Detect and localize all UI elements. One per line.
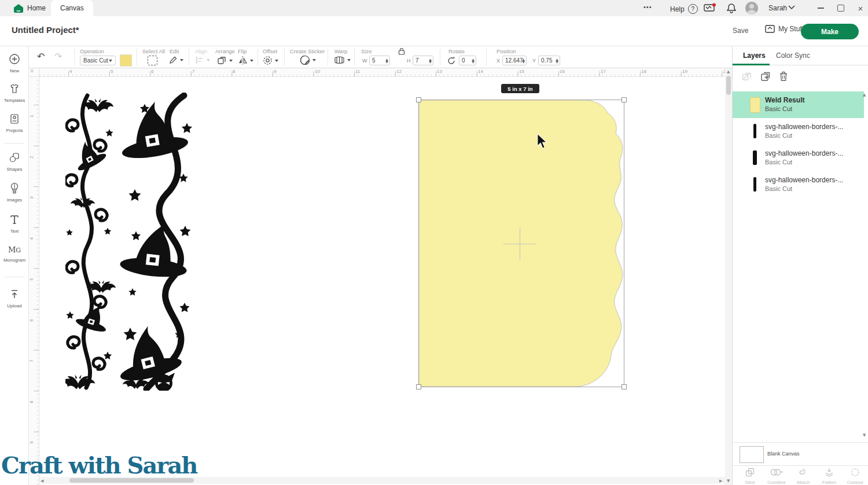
sidebar-item-upload[interactable]: Upload	[0, 288, 29, 308]
flip-button[interactable]	[238, 56, 253, 65]
flatten-button[interactable]: Flatten	[816, 468, 843, 485]
layer-type: Basic Cut	[765, 105, 792, 112]
layer-item-weld-result[interactable]: Weld Result Basic Cut	[733, 91, 864, 118]
warp-icon	[334, 56, 345, 64]
tab-layers[interactable]: Layers	[743, 52, 766, 60]
edit-button[interactable]	[168, 56, 183, 65]
offset-label: Offset	[263, 48, 277, 54]
color-swatch[interactable]	[120, 54, 132, 67]
close-icon: ×	[858, 3, 863, 13]
save-button[interactable]: Save	[733, 27, 748, 35]
canvas-vertical-scrollbar[interactable]: ▲ ▼	[725, 68, 732, 485]
offset-button[interactable]	[263, 56, 278, 65]
design-canvas[interactable]: 0 4 5 6 7 8 9 10 11 12 13 14 15 16 17 18…	[29, 68, 732, 485]
y-stepper[interactable]: ▲▼	[554, 56, 560, 65]
slice-button[interactable]: Slice	[737, 468, 763, 485]
width-stepper[interactable]: ▲▼	[384, 56, 389, 65]
panel-scroll-down-arrow[interactable]: ▼	[863, 433, 866, 438]
x-stepper[interactable]: ▲▼	[521, 56, 526, 65]
tab-color-sync[interactable]: Color Sync	[776, 52, 810, 60]
flatten-icon	[825, 468, 834, 477]
user-name: Sarah	[768, 4, 787, 12]
select-all-button[interactable]	[148, 56, 157, 65]
flip-label: Flip	[238, 48, 247, 54]
scroll-left-arrow[interactable]: ◀	[41, 479, 43, 483]
sidebar-item-templates[interactable]: Templates	[0, 83, 29, 103]
layer-thumbnail	[753, 177, 756, 192]
sidebar-item-new[interactable]: New	[0, 53, 29, 74]
layer-item-svg-border-1[interactable]: svg-halloween-borders-... Basic Cut	[733, 118, 864, 145]
avatar[interactable]	[745, 2, 758, 14]
minimize-button[interactable]	[812, 0, 829, 16]
resize-handle-bottom-right[interactable]	[621, 384, 627, 390]
create-sticker-button[interactable]	[300, 55, 316, 65]
size-label: Size	[361, 48, 372, 54]
redo-button[interactable]: ↷	[54, 51, 62, 62]
sidebar-item-text[interactable]: Text	[0, 214, 29, 234]
duplicate-icon[interactable]	[760, 71, 771, 82]
upload-icon	[9, 288, 20, 300]
ungroup-icon[interactable]	[742, 71, 752, 82]
ruler-number: 15	[519, 69, 524, 74]
arrange-button[interactable]	[217, 56, 233, 65]
resize-handle-top-left[interactable]	[416, 97, 421, 102]
layer-item-svg-border-3[interactable]: svg-halloween-borders-... Basic Cut	[733, 171, 864, 198]
operation-select[interactable]: Basic Cut	[80, 56, 116, 65]
contour-button[interactable]: Contour	[842, 468, 868, 485]
height-stepper[interactable]: ▲▼	[428, 56, 433, 65]
sidebar-item-images[interactable]: Images	[0, 182, 29, 203]
notifications-button[interactable]	[726, 3, 737, 16]
cricut-design-space-window: Home Canvas ••• Help ?	[0, 0, 868, 485]
rotate-stepper[interactable]: ▲▼	[470, 56, 476, 65]
blank-canvas-row[interactable]: Blank Canvas	[733, 442, 868, 465]
resize-handle-top-right[interactable]	[621, 97, 627, 102]
action-label: Flatten	[816, 480, 843, 485]
align-label: Align	[195, 48, 207, 54]
my-stuff-label: My Stuff	[778, 25, 804, 33]
sidebar-item-label: Images	[0, 197, 29, 203]
ruler-number: 9	[274, 69, 276, 74]
lock-icon[interactable]	[398, 47, 405, 55]
my-stuff-button[interactable]: My Stuff	[765, 25, 804, 33]
left-nav: New Templates Projects Shapes	[0, 46, 29, 485]
rotate-icon[interactable]	[447, 56, 456, 65]
halloween-border-design[interactable]	[65, 93, 194, 391]
layer-type: Basic Cut	[765, 132, 792, 139]
close-button[interactable]: ×	[852, 0, 868, 16]
scrollbar-thumb[interactable]	[726, 76, 731, 95]
operation-value: Basic Cut	[83, 57, 108, 64]
width-value: 5	[372, 57, 376, 64]
combine-button[interactable]: Combine	[763, 468, 790, 485]
trash-icon[interactable]	[779, 71, 788, 82]
resize-handle-bottom-left[interactable]	[416, 384, 421, 390]
scrollbar-thumb[interactable]	[69, 478, 194, 483]
align-button[interactable]	[195, 56, 210, 65]
scroll-down-arrow[interactable]: ▼	[727, 479, 730, 483]
chevron-down-icon[interactable]	[788, 5, 795, 10]
y-label: Y	[532, 58, 536, 64]
size-tooltip: 5 in x 7 in	[501, 84, 539, 93]
align-icon	[195, 56, 204, 65]
user-menu[interactable]: Sarah	[768, 4, 787, 12]
sidebar-item-shapes[interactable]: Shapes	[0, 152, 29, 172]
sidebar-item-monogram[interactable]: MG Monogram	[0, 244, 29, 263]
feedback-button[interactable]	[704, 3, 716, 16]
help-button[interactable]: Help ?	[670, 4, 698, 14]
layer-thumbnail	[750, 97, 760, 113]
make-button[interactable]: Make	[801, 24, 859, 39]
sidebar-item-projects[interactable]: Projects	[0, 113, 29, 133]
more-options-button[interactable]: •••	[643, 3, 652, 10]
tab-canvas[interactable]: Canvas	[51, 0, 93, 16]
maximize-button[interactable]	[832, 0, 849, 16]
attach-button[interactable]: Attach	[790, 468, 816, 485]
sidebar-item-label: Shapes	[0, 167, 29, 172]
tab-home[interactable]: Home	[5, 0, 55, 16]
scroll-up-arrow[interactable]: ▲	[727, 69, 730, 74]
ruler-number: 5	[111, 69, 113, 74]
warp-button[interactable]	[334, 56, 351, 64]
undo-button[interactable]: ↶	[37, 51, 45, 62]
layer-item-svg-border-2[interactable]: svg-halloween-borders-... Basic Cut	[733, 145, 864, 171]
ruler-number: 8	[29, 401, 34, 403]
scroll-right-arrow[interactable]: ▶	[719, 479, 722, 483]
panel-scroll-up-arrow[interactable]: ▲	[863, 93, 866, 97]
